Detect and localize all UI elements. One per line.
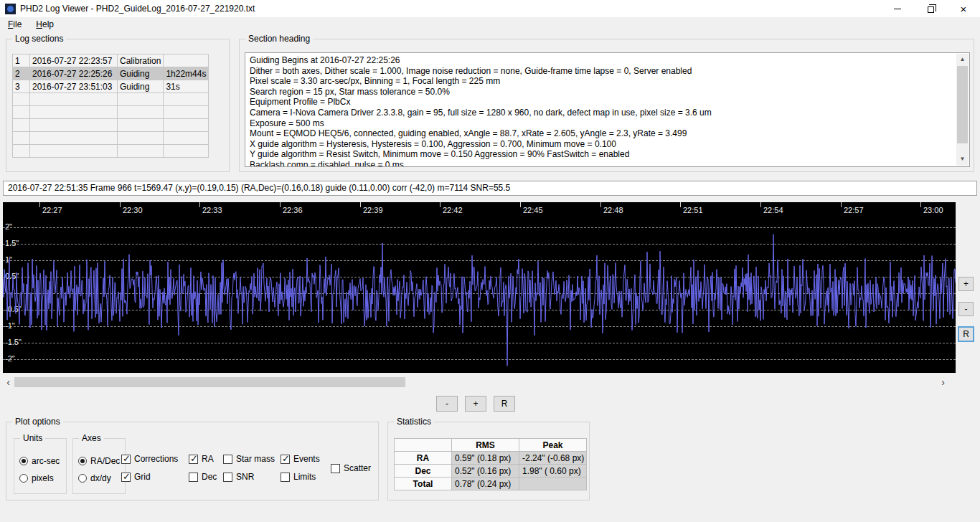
log-row-empty[interactable] xyxy=(13,93,209,106)
axes-group: Axes RA/Dec dx/dy xyxy=(72,438,126,494)
stats-row-label: RA xyxy=(395,452,452,465)
horizontal-zoom-out-button[interactable]: - xyxy=(436,396,458,412)
stats-row-ra: RA 0.59" (0.18 px) -2.24" (-0.68 px) xyxy=(395,452,587,465)
log-text-line: Guiding Begins at 2016-07-27 22:25:26 xyxy=(250,55,953,66)
vertical-zoom-out-button[interactable]: - xyxy=(958,302,974,316)
minimize-button[interactable] xyxy=(881,0,914,17)
horizontal-zoom-reset-button[interactable]: R xyxy=(494,396,515,412)
checkbox-ra[interactable]: RA xyxy=(189,454,214,464)
log-row-type[interactable]: Calibration xyxy=(118,54,164,67)
log-text-line: Equipment Profile = PlbCx xyxy=(250,97,953,108)
log-row-datetime[interactable]: 2016-07-27 23:51:03 xyxy=(30,80,118,93)
log-row-type[interactable]: Guiding xyxy=(118,67,164,80)
statistics-label: Statistics xyxy=(394,417,434,427)
checkbox-dec[interactable]: Dec xyxy=(189,472,217,482)
log-row-empty[interactable] xyxy=(13,106,209,119)
close-icon: × xyxy=(961,3,967,15)
checkbox-icon xyxy=(331,464,340,473)
log-row-number[interactable]: 2 xyxy=(13,67,30,80)
stats-row-label: Dec xyxy=(395,465,452,478)
stats-row-dec: Dec 0.52" (0.16 px) 1.98" ( 0.60 px) xyxy=(395,465,587,478)
scroll-up-icon[interactable]: ▲ xyxy=(956,54,969,66)
checkbox-grid[interactable]: Grid xyxy=(121,472,151,482)
vertical-zoom-reset-button[interactable]: R xyxy=(958,326,974,342)
checkbox-icon xyxy=(281,455,290,464)
log-text-line: Mount = EQMOD HEQ5/6, connected, guiding… xyxy=(250,128,953,139)
checkbox-icon xyxy=(223,473,232,482)
section-heading-textbox[interactable]: Guiding Begins at 2016-07-27 22:25:26 Di… xyxy=(245,52,970,167)
radio-arc-sec[interactable]: arc-sec xyxy=(19,456,60,466)
axes-label: Axes xyxy=(79,433,104,443)
checkbox-scatter[interactable]: Scatter xyxy=(331,463,371,473)
menubar: File Help xyxy=(0,17,980,32)
log-text-line: Y guide algorithm = Resist Switch, Minim… xyxy=(250,149,953,160)
checkbox-events[interactable]: Events xyxy=(281,454,320,464)
radio-dx-dy[interactable]: dx/dy xyxy=(78,473,111,483)
log-text-line: Backlash comp = disabled, pulse = 0 ms xyxy=(250,160,953,167)
stats-header-rms: RMS xyxy=(452,439,519,452)
log-row-datetime[interactable]: 2016-07-27 22:23:57 xyxy=(30,54,118,67)
section-scrollbar[interactable]: ▲ ▼ xyxy=(956,54,969,166)
log-text-line: Camera = I-Nova Camera Driver 2.3.3.8, g… xyxy=(250,108,953,118)
stats-total-peak xyxy=(519,478,587,490)
log-text-line: Pixel scale = 3.30 arc-sec/px, Binning =… xyxy=(250,76,953,87)
plot-options-group: Plot options Units arc-sec pixels Axes R… xyxy=(6,422,379,500)
log-sections-group: Log sections 1 2016-07-27 22:23:57 Calib… xyxy=(6,39,230,172)
close-button[interactable]: × xyxy=(947,0,980,17)
scroll-right-icon[interactable]: › xyxy=(938,376,948,388)
log-text-line: X guide algorithm = Hysteresis, Hysteres… xyxy=(250,139,953,150)
guide-graph[interactable]: 22:27 22:30 22:33 22:36 22:39 22:42 22:4… xyxy=(3,202,956,373)
guide-trace xyxy=(3,202,956,373)
window-controls: × xyxy=(881,0,980,17)
status-line: 2016-07-27 22:51:35 Frame 966 t=1569.47 … xyxy=(3,181,977,196)
checkbox-star-mass[interactable]: Star mass xyxy=(223,454,275,464)
hscrollbar-thumb[interactable] xyxy=(14,377,405,387)
log-row[interactable]: 2 2016-07-27 22:25:26 Guiding 1h22m44s xyxy=(13,67,209,80)
section-heading-group: Section heading Guiding Begins at 2016-0… xyxy=(239,39,974,172)
menu-help[interactable]: Help xyxy=(34,19,55,30)
scrollbar-thumb[interactable] xyxy=(957,66,968,143)
vertical-zoom-in-button[interactable]: + xyxy=(958,277,974,291)
graph-hscrollbar[interactable]: ‹ › xyxy=(3,376,948,388)
checkbox-label: Scatter xyxy=(344,463,371,473)
horizontal-zoom-in-button[interactable]: + xyxy=(465,396,486,412)
log-text-line: Search region = 15 px, Star mass toleran… xyxy=(250,87,953,98)
radio-icon xyxy=(19,457,28,465)
log-row-duration[interactable]: 31s xyxy=(164,80,209,93)
log-row-empty[interactable] xyxy=(13,119,209,132)
checkbox-label: Grid xyxy=(134,472,151,482)
menu-file[interactable]: File xyxy=(6,19,23,30)
log-row-empty[interactable] xyxy=(13,145,209,158)
log-sections-table: 1 2016-07-27 22:23:57 Calibration 2 2016… xyxy=(12,54,209,158)
checkbox-snr[interactable]: SNR xyxy=(223,472,254,482)
checkbox-icon xyxy=(121,473,131,482)
log-row[interactable]: 3 2016-07-27 23:51:03 Guiding 31s xyxy=(13,80,209,93)
restore-icon xyxy=(928,6,934,13)
checkbox-label: Limits xyxy=(293,472,316,482)
radio-icon xyxy=(78,474,87,483)
log-row-duration[interactable]: 1h22m44s xyxy=(164,67,209,80)
window-title: PHD2 Log Viewer - PHD2_GuideLog_2016-07-… xyxy=(20,4,255,14)
log-row-number[interactable]: 3 xyxy=(13,80,30,93)
stats-header-peak: Peak xyxy=(519,439,587,452)
statistics-table: RMS Peak RA 0.59" (0.18 px) -2.24" (-0.6… xyxy=(394,438,587,490)
scroll-left-icon[interactable]: ‹ xyxy=(3,376,14,388)
log-row-datetime[interactable]: 2016-07-27 22:25:26 xyxy=(30,67,118,80)
log-row-number[interactable]: 1 xyxy=(13,54,30,67)
checkbox-icon xyxy=(189,455,198,464)
log-row-type[interactable]: Guiding xyxy=(118,80,164,93)
log-text-line: Exposure = 500 ms xyxy=(250,118,953,129)
restore-button[interactable] xyxy=(914,0,947,17)
log-row[interactable]: 1 2016-07-27 22:23:57 Calibration xyxy=(13,54,209,67)
checkbox-limits[interactable]: Limits xyxy=(281,472,316,482)
radio-label: dx/dy xyxy=(90,473,111,483)
log-row-empty[interactable] xyxy=(13,132,209,145)
stats-dec-peak: 1.98" ( 0.60 px) xyxy=(519,465,587,478)
checkbox-corrections[interactable]: Corrections xyxy=(121,454,178,464)
radio-pixels[interactable]: pixels xyxy=(19,473,54,483)
scroll-down-icon[interactable]: ▼ xyxy=(956,153,969,166)
radio-ra-dec[interactable]: RA/Dec xyxy=(78,456,120,466)
log-row-duration[interactable] xyxy=(164,54,209,67)
units-group: Units arc-sec pixels xyxy=(14,438,67,494)
log-text-line: Dither = both axes, Dither scale = 1.000… xyxy=(250,66,953,77)
